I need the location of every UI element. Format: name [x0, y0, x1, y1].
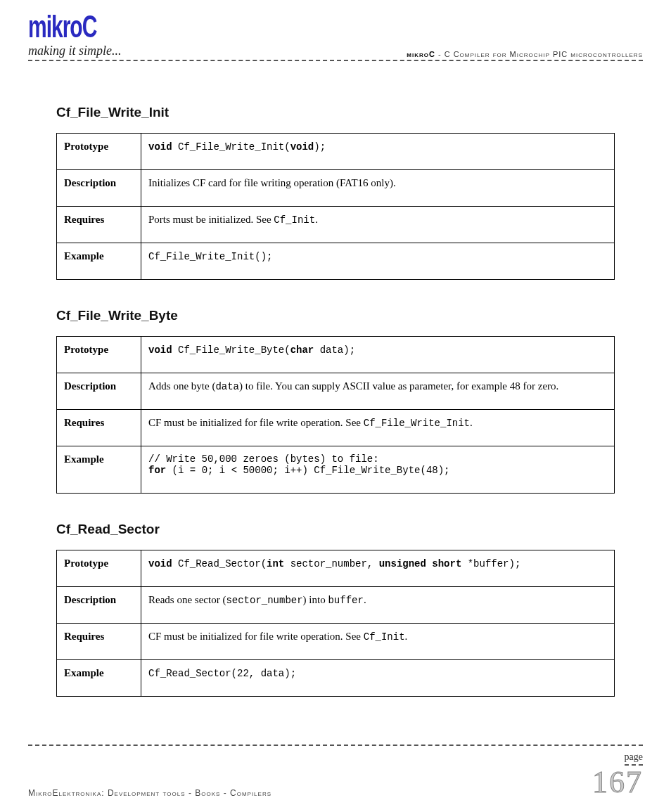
table-row: Requires CF must be initialized for file… [57, 624, 615, 660]
desc-text: . [364, 594, 366, 605]
table-row: Example Cf_Read_Sector(22, data); [57, 660, 615, 697]
row-value-requires: CF must be initialized for file write op… [141, 624, 615, 660]
row-label-example: Example [57, 446, 141, 494]
desc-text: . [470, 417, 473, 428]
content: Cf_File_Write_Init Prototype void Cf_Fil… [28, 68, 643, 697]
tagline: making it simple... [28, 44, 122, 58]
row-label-prototype: Prototype [57, 337, 141, 373]
code-ref: sector_number [226, 595, 302, 606]
code-text: *buffer); [461, 558, 520, 569]
code-text: sector_number, [284, 558, 378, 569]
table-row: Description Reads one sector (sector_num… [57, 587, 615, 624]
row-value-description: Reads one sector (sector_number) into bu… [141, 587, 615, 624]
page-header: mikroC making it simple... mikroC - C Co… [28, 14, 643, 61]
code-ref: Cf_Init [364, 631, 405, 643]
page-number: 167 [592, 767, 643, 798]
code-kw: unsigned short [379, 558, 462, 569]
code-text: (i = 0; i < 50000; i++) Cf_File_Write_By… [166, 465, 449, 476]
code-kw: void [148, 558, 172, 569]
desc-text: CF must be initialized for file write op… [148, 631, 364, 642]
row-label-prototype: Prototype [57, 134, 141, 170]
logo: mikroC [28, 14, 643, 39]
function-title: Cf_Read_Sector [56, 522, 615, 537]
function-table: Prototype void Cf_File_Write_Init(void);… [56, 133, 615, 280]
row-value-prototype: void Cf_File_Write_Init(void); [141, 134, 615, 170]
table-row: Example // Write 50,000 zeroes (bytes) t… [57, 446, 615, 494]
table-row: Prototype void Cf_Read_Sector(int sector… [57, 550, 615, 587]
row-label-requires: Requires [57, 207, 141, 243]
header-row: making it simple... mikroC - C Compiler … [28, 44, 643, 61]
code-example: Cf_File_Write_Init(); [148, 251, 272, 262]
desc-text: . [405, 631, 408, 642]
desc-text: CF must be initialized for file write op… [148, 417, 364, 428]
code-text: data); [314, 344, 355, 356]
row-label-example: Example [57, 660, 141, 697]
code-kw: for [148, 465, 166, 476]
table-row: Description Initializes CF card for file… [57, 170, 615, 207]
table-row: Description Adds one byte (data) to file… [57, 373, 615, 410]
footer-divider [28, 745, 643, 746]
row-value-example: Cf_Read_Sector(22, data); [141, 660, 615, 697]
desc-text: Ports must be initialized. See [148, 214, 274, 225]
code-text: ); [314, 141, 326, 153]
code-text: Cf_File_Write_Init( [172, 141, 290, 153]
code-ref: buffer [328, 595, 363, 606]
row-label-prototype: Prototype [57, 550, 141, 587]
row-label-requires: Requires [57, 624, 141, 660]
row-label-requires: Requires [57, 410, 141, 446]
function-table: Prototype void Cf_File_Write_Byte(char d… [56, 336, 615, 494]
subtitle-rest: - C Compiler for Microchip PIC microcont… [435, 50, 643, 58]
code-text: Cf_File_Write_Byte( [172, 344, 290, 356]
function-title: Cf_File_Write_Init [56, 105, 615, 120]
header-subtitle: mikroC - C Compiler for Microchip PIC mi… [407, 50, 643, 58]
row-label-description: Description [57, 170, 141, 207]
page-footer: MikroElektronika: Development tools - Bo… [28, 745, 643, 798]
row-value-example: // Write 50,000 zeroes (bytes) to file: … [141, 446, 615, 494]
code-ref: Cf_File_Write_Init [364, 418, 470, 429]
function-table: Prototype void Cf_Read_Sector(int sector… [56, 550, 615, 697]
table-row: Requires Ports must be initialized. See … [57, 207, 615, 243]
desc-text: ) to file. You can supply ASCII value as… [239, 380, 558, 392]
table-row: Prototype void Cf_File_Write_Byte(char d… [57, 337, 615, 373]
code-comment: // Write 50,000 zeroes (bytes) to file: [148, 453, 607, 465]
table-row: Prototype void Cf_File_Write_Init(void); [57, 134, 615, 170]
code-kw: void [148, 141, 172, 153]
code-example: Cf_Read_Sector(22, data); [148, 668, 296, 679]
table-row: Example Cf_File_Write_Init(); [57, 243, 615, 280]
code-kw: int [267, 558, 284, 569]
desc-text: Initializes CF card for file writing ope… [148, 177, 396, 188]
row-value-description: Adds one byte (data) to file. You can su… [141, 373, 615, 410]
code-ref: data [215, 381, 239, 392]
row-label-example: Example [57, 243, 141, 280]
table-row: Requires CF must be initialized for file… [57, 410, 615, 446]
desc-text: Reads one sector ( [148, 594, 226, 605]
desc-text: ) into [303, 594, 328, 605]
row-value-prototype: void Cf_File_Write_Byte(char data); [141, 337, 615, 373]
footer-company: MikroElektronika: Development tools - Bo… [28, 788, 271, 798]
row-label-description: Description [57, 373, 141, 410]
desc-text: . [315, 214, 318, 225]
row-value-prototype: void Cf_Read_Sector(int sector_number, u… [141, 550, 615, 587]
subtitle-brand: mikroC [407, 50, 435, 58]
footer-page: page 167 [592, 750, 643, 798]
code-text: Cf_Read_Sector( [172, 558, 267, 569]
row-value-requires: CF must be initialized for file write op… [141, 410, 615, 446]
code-kw: void [148, 344, 172, 356]
page-label: page [625, 752, 643, 766]
row-label-description: Description [57, 587, 141, 624]
code-ref: Cf_Init [274, 214, 315, 226]
code-kw: char [290, 344, 314, 356]
page: mikroC making it simple... mikroC - C Co… [0, 0, 671, 812]
row-value-example: Cf_File_Write_Init(); [141, 243, 615, 280]
row-value-requires: Ports must be initialized. See Cf_Init. [141, 207, 615, 243]
desc-text: Adds one byte ( [148, 380, 215, 392]
code-kw: void [290, 141, 314, 153]
function-title: Cf_File_Write_Byte [56, 308, 615, 323]
row-value-description: Initializes CF card for file writing ope… [141, 170, 615, 207]
